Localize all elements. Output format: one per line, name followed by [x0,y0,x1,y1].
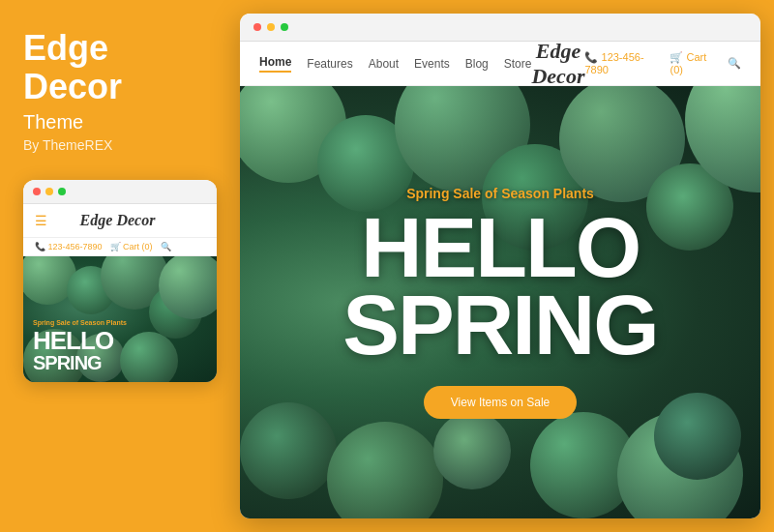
mobile-logo: Edge Decor [80,212,156,229]
nav-search-icon[interactable]: 🔍 [728,57,741,70]
browser-dot-green [281,23,288,31]
theme-by: By ThemeREX [23,137,217,153]
dot-green [58,188,66,195]
browser-top-bar [240,14,760,42]
site-logo: Edge Decor [531,39,584,89]
hamburger-icon: ☰ [35,214,47,227]
nav-features[interactable]: Features [307,57,352,71]
mobile-preview: ☰ Edge Decor 📞 123-456-7890 🛒 Cart (0) 🔍… [23,180,217,382]
nav-cart[interactable]: 🛒 Cart (0) [670,51,718,75]
hero-section: Spring Sale of Season Plants HELLO SPRIN… [240,86,760,518]
theme-title: Edge Decor [23,29,217,105]
mobile-meta: 📞 123-456-7890 🛒 Cart (0) 🔍 [23,238,217,256]
mobile-cart: 🛒 Cart (0) [110,242,153,251]
nav-links: Home Features About Events Blog Store [259,55,531,73]
mobile-search-icon: 🔍 [161,242,171,251]
nav-about[interactable]: About [369,57,399,71]
nav-blog[interactable]: Blog [465,57,489,71]
mobile-nav: ☰ Edge Decor [23,204,217,238]
browser-dot-red [253,23,261,31]
hero-title: HELLO SPRING [342,209,657,362]
mobile-hero: Spring Sale of Season Plants HELLO SPRIN… [23,256,217,382]
nav-right: 📞 123-456-7890 🛒 Cart (0) 🔍 [584,51,741,75]
nav-store[interactable]: Store [504,57,532,71]
browser-dot-yellow [267,23,275,31]
hero-content: Spring Sale of Season Plants HELLO SPRIN… [240,86,760,518]
nav-events[interactable]: Events [414,57,450,71]
nav-phone: 📞 123-456-7890 [584,51,660,75]
theme-subtitle: Theme [23,111,217,133]
site-nav: Home Features About Events Blog Store Ed… [240,42,760,86]
left-panel: Edge Decor Theme By ThemeREX ☰ Edge Deco… [0,0,240,532]
mobile-hero-text: Spring Sale of Season Plants HELLO SPRIN… [33,319,207,372]
nav-home[interactable]: Home [259,55,291,73]
mobile-hello-text: HELLO [33,328,207,353]
mobile-browser-bar [23,180,217,204]
hero-cta-button[interactable]: View Items on Sale [424,386,578,419]
mobile-phone: 📞 123-456-7890 [35,242,103,251]
main-browser: Home Features About Events Blog Store Ed… [240,14,760,518]
mobile-spring-text: SPRING [33,353,207,372]
mobile-spring-label: Spring Sale of Season Plants [33,319,207,326]
dot-red [33,188,41,195]
dot-yellow [45,188,53,195]
